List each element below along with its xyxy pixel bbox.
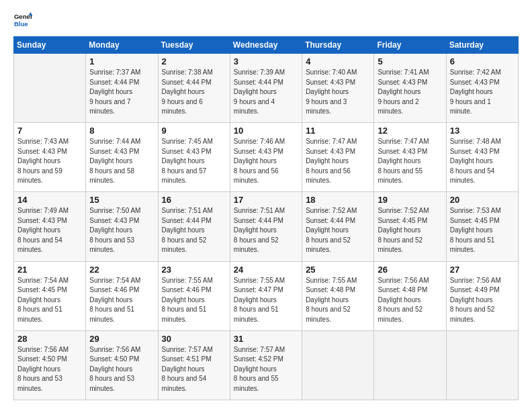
calendar-cell: 30Sunrise: 7:57 AMSunset: 4:51 PMDayligh… [158, 330, 230, 400]
day-number: 13 [450, 126, 515, 136]
svg-text:Blue: Blue [14, 20, 28, 28]
day-detail: Sunrise: 7:52 AMSunset: 4:45 PMDaylight … [378, 206, 442, 255]
day-detail: Sunrise: 7:38 AMSunset: 4:44 PMDaylight … [162, 68, 226, 117]
day-number: 22 [89, 265, 154, 275]
calendar-cell [14, 54, 86, 123]
day-detail: Sunrise: 7:56 AMSunset: 4:50 PMDaylight … [89, 345, 154, 394]
logo: General Blue [13, 11, 32, 30]
weekday-header-saturday: Saturday [446, 37, 518, 54]
calendar-cell: 23Sunrise: 7:55 AMSunset: 4:46 PMDayligh… [158, 261, 230, 330]
day-detail: Sunrise: 7:54 AMSunset: 4:46 PMDaylight … [89, 276, 154, 325]
calendar-cell: 28Sunrise: 7:56 AMSunset: 4:50 PMDayligh… [14, 330, 86, 400]
day-detail: Sunrise: 7:43 AMSunset: 4:43 PMDaylight … [17, 137, 82, 186]
day-detail: Sunrise: 7:51 AMSunset: 4:44 PMDaylight … [234, 206, 298, 255]
day-number: 21 [17, 265, 82, 275]
day-detail: Sunrise: 7:52 AMSunset: 4:44 PMDaylight … [306, 206, 370, 255]
calendar-cell: 4Sunrise: 7:40 AMSunset: 4:43 PMDaylight… [302, 54, 374, 123]
day-number: 10 [234, 126, 298, 136]
day-detail: Sunrise: 7:57 AMSunset: 4:52 PMDaylight … [234, 345, 298, 394]
day-detail: Sunrise: 7:40 AMSunset: 4:43 PMDaylight … [306, 68, 370, 117]
calendar-cell: 18Sunrise: 7:52 AMSunset: 4:44 PMDayligh… [302, 192, 374, 261]
day-number: 4 [306, 56, 370, 66]
calendar-cell: 3Sunrise: 7:39 AMSunset: 4:44 PMDaylight… [230, 54, 302, 123]
calendar-table: SundayMondayTuesdayWednesdayThursdayFrid… [13, 36, 519, 400]
day-number: 26 [378, 265, 442, 275]
day-detail: Sunrise: 7:41 AMSunset: 4:43 PMDaylight … [378, 68, 442, 117]
day-number: 2 [162, 56, 226, 66]
calendar-cell: 5Sunrise: 7:41 AMSunset: 4:43 PMDaylight… [374, 54, 446, 123]
calendar-cell: 7Sunrise: 7:43 AMSunset: 4:43 PMDaylight… [14, 123, 86, 192]
day-number: 12 [378, 126, 442, 136]
day-number: 23 [162, 265, 226, 275]
calendar-cell: 8Sunrise: 7:44 AMSunset: 4:43 PMDaylight… [86, 123, 158, 192]
calendar-cell: 17Sunrise: 7:51 AMSunset: 4:44 PMDayligh… [230, 192, 302, 261]
calendar-cell: 14Sunrise: 7:49 AMSunset: 4:43 PMDayligh… [14, 192, 86, 261]
day-number: 7 [17, 126, 82, 136]
calendar-cell: 27Sunrise: 7:56 AMSunset: 4:49 PMDayligh… [446, 261, 518, 330]
day-detail: Sunrise: 7:54 AMSunset: 4:45 PMDaylight … [17, 276, 82, 325]
day-detail: Sunrise: 7:51 AMSunset: 4:44 PMDaylight … [162, 206, 226, 255]
day-detail: Sunrise: 7:53 AMSunset: 4:45 PMDaylight … [450, 206, 515, 255]
calendar-cell: 24Sunrise: 7:55 AMSunset: 4:47 PMDayligh… [230, 261, 302, 330]
week-row-5: 28Sunrise: 7:56 AMSunset: 4:50 PMDayligh… [14, 330, 519, 400]
day-number: 24 [234, 265, 298, 275]
day-number: 1 [89, 56, 154, 66]
day-detail: Sunrise: 7:55 AMSunset: 4:46 PMDaylight … [162, 276, 226, 325]
day-number: 11 [306, 126, 370, 136]
calendar-cell: 2Sunrise: 7:38 AMSunset: 4:44 PMDaylight… [158, 54, 230, 123]
day-detail: Sunrise: 7:49 AMSunset: 4:43 PMDaylight … [17, 206, 82, 255]
calendar-cell: 6Sunrise: 7:42 AMSunset: 4:43 PMDaylight… [446, 54, 518, 123]
calendar-cell: 12Sunrise: 7:47 AMSunset: 4:43 PMDayligh… [374, 123, 446, 192]
day-detail: Sunrise: 7:55 AMSunset: 4:48 PMDaylight … [306, 276, 370, 325]
header: General Blue [13, 11, 519, 30]
calendar-cell: 11Sunrise: 7:47 AMSunset: 4:43 PMDayligh… [302, 123, 374, 192]
week-row-1: 1Sunrise: 7:37 AMSunset: 4:44 PMDaylight… [14, 54, 519, 123]
day-number: 17 [234, 195, 298, 205]
day-detail: Sunrise: 7:57 AMSunset: 4:51 PMDaylight … [162, 345, 226, 394]
calendar-cell [374, 330, 446, 400]
day-number: 6 [450, 56, 515, 66]
day-detail: Sunrise: 7:48 AMSunset: 4:43 PMDaylight … [450, 137, 515, 186]
day-number: 5 [378, 56, 442, 66]
weekday-header-thursday: Thursday [302, 37, 374, 54]
day-number: 15 [89, 195, 154, 205]
day-detail: Sunrise: 7:47 AMSunset: 4:43 PMDaylight … [306, 137, 370, 186]
calendar-cell [302, 330, 374, 400]
day-number: 28 [17, 334, 82, 344]
day-number: 30 [162, 334, 226, 344]
week-row-2: 7Sunrise: 7:43 AMSunset: 4:43 PMDaylight… [14, 123, 519, 192]
day-number: 3 [234, 56, 298, 66]
day-number: 27 [450, 265, 515, 275]
day-number: 14 [17, 195, 82, 205]
calendar-cell: 15Sunrise: 7:50 AMSunset: 4:43 PMDayligh… [86, 192, 158, 261]
page: General Blue SundayMondayTuesdayWednesda… [0, 0, 532, 411]
calendar-cell: 16Sunrise: 7:51 AMSunset: 4:44 PMDayligh… [158, 192, 230, 261]
day-detail: Sunrise: 7:45 AMSunset: 4:43 PMDaylight … [162, 137, 226, 186]
calendar-cell: 9Sunrise: 7:45 AMSunset: 4:43 PMDaylight… [158, 123, 230, 192]
calendar-cell: 21Sunrise: 7:54 AMSunset: 4:45 PMDayligh… [14, 261, 86, 330]
weekday-header-tuesday: Tuesday [158, 37, 230, 54]
calendar-cell: 31Sunrise: 7:57 AMSunset: 4:52 PMDayligh… [230, 330, 302, 400]
calendar-cell: 20Sunrise: 7:53 AMSunset: 4:45 PMDayligh… [446, 192, 518, 261]
day-number: 19 [378, 195, 442, 205]
weekday-header-wednesday: Wednesday [230, 37, 302, 54]
day-number: 25 [306, 265, 370, 275]
weekday-header-friday: Friday [374, 37, 446, 54]
day-detail: Sunrise: 7:46 AMSunset: 4:43 PMDaylight … [234, 137, 298, 186]
calendar-cell: 1Sunrise: 7:37 AMSunset: 4:44 PMDaylight… [86, 54, 158, 123]
day-detail: Sunrise: 7:55 AMSunset: 4:47 PMDaylight … [234, 276, 298, 325]
calendar-cell: 13Sunrise: 7:48 AMSunset: 4:43 PMDayligh… [446, 123, 518, 192]
day-detail: Sunrise: 7:56 AMSunset: 4:48 PMDaylight … [378, 276, 442, 325]
calendar-cell: 19Sunrise: 7:52 AMSunset: 4:45 PMDayligh… [374, 192, 446, 261]
day-number: 18 [306, 195, 370, 205]
logo-icon: General Blue [13, 11, 32, 30]
day-number: 20 [450, 195, 515, 205]
day-number: 29 [89, 334, 154, 344]
day-detail: Sunrise: 7:37 AMSunset: 4:44 PMDaylight … [89, 68, 154, 117]
day-number: 9 [162, 126, 226, 136]
day-detail: Sunrise: 7:42 AMSunset: 4:43 PMDaylight … [450, 68, 515, 117]
day-detail: Sunrise: 7:47 AMSunset: 4:43 PMDaylight … [378, 137, 442, 186]
day-number: 31 [234, 334, 298, 344]
week-row-4: 21Sunrise: 7:54 AMSunset: 4:45 PMDayligh… [14, 261, 519, 330]
calendar-cell: 29Sunrise: 7:56 AMSunset: 4:50 PMDayligh… [86, 330, 158, 400]
